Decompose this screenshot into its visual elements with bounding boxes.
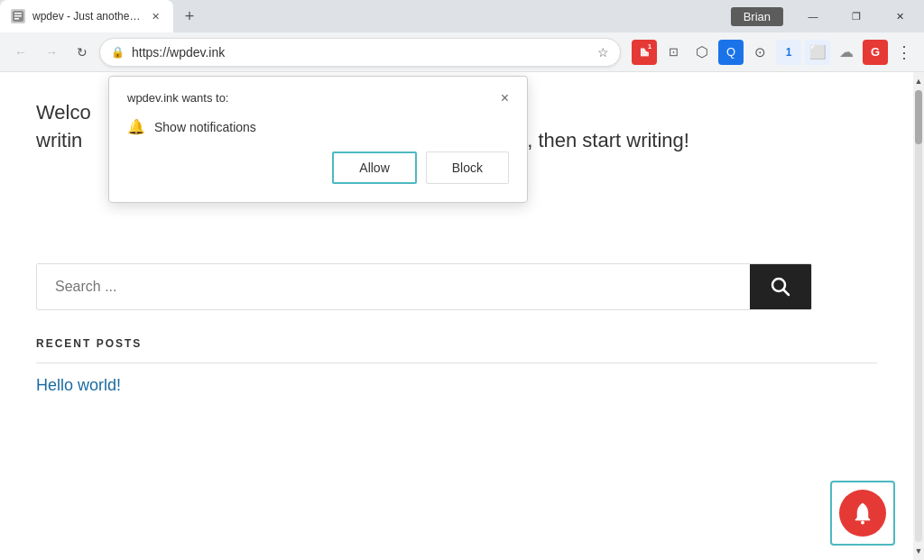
notification-popup: wpdev.ink wants to: × 🔔 Show notificatio… bbox=[108, 76, 528, 203]
search-button[interactable] bbox=[750, 264, 811, 309]
popup-close-button[interactable]: × bbox=[501, 91, 509, 106]
svg-rect-2 bbox=[14, 15, 22, 17]
titlebar-left: wpdev - Just another Wo ✕ + bbox=[0, 0, 202, 32]
svg-rect-3 bbox=[14, 18, 19, 20]
titlebar: wpdev - Just another Wo ✕ + Brian — ❐ ✕ bbox=[0, 0, 924, 32]
url-display: https://wpdev.ink bbox=[132, 45, 590, 60]
user-label: Brian bbox=[731, 7, 783, 26]
ext7-symbol: ⬜ bbox=[809, 44, 827, 60]
ext3-icon[interactable]: ⬡ bbox=[689, 40, 715, 65]
lock-icon: 🔒 bbox=[111, 46, 125, 59]
svg-rect-1 bbox=[14, 13, 22, 14]
bookmark-star-icon[interactable]: ☆ bbox=[597, 45, 609, 60]
scrollbar: ▲ ▼ bbox=[913, 72, 924, 560]
popup-buttons: Allow Block bbox=[127, 151, 509, 184]
content-area: wpdev.ink wants to: × 🔔 Show notificatio… bbox=[0, 72, 924, 560]
tab-close-button[interactable]: ✕ bbox=[148, 9, 162, 23]
recent-posts-title: RECENT POSTS bbox=[36, 337, 877, 350]
tab-title: wpdev - Just another Wo bbox=[32, 10, 141, 23]
page-content: wpdev.ink wants to: × 🔔 Show notificatio… bbox=[0, 72, 913, 560]
search-icon bbox=[771, 277, 790, 297]
ext4-symbol: Q bbox=[726, 45, 735, 59]
popup-header: wpdev.ink wants to: × bbox=[127, 91, 509, 106]
more-button[interactable]: ⋮ bbox=[892, 40, 917, 65]
scroll-up-button[interactable]: ▲ bbox=[913, 74, 924, 88]
new-tab-button[interactable]: + bbox=[177, 4, 202, 29]
bell-icon: 🔔 bbox=[127, 118, 145, 135]
ext6-icon[interactable]: 1 bbox=[776, 40, 801, 65]
allow-button[interactable]: Allow bbox=[332, 151, 416, 184]
ext3-symbol: ⬡ bbox=[696, 43, 708, 60]
close-button[interactable]: ✕ bbox=[879, 2, 920, 31]
forward-button[interactable]: → bbox=[38, 39, 65, 66]
window-controls: — ❐ ✕ bbox=[792, 2, 920, 31]
back-button[interactable]: ← bbox=[7, 39, 34, 66]
ext8-symbol: ☁ bbox=[839, 43, 854, 60]
svg-point-6 bbox=[861, 521, 864, 525]
heading-truncated: Welcowritin bbox=[36, 101, 91, 151]
bell-widget-icon bbox=[850, 500, 875, 526]
ext2-symbol: ⊡ bbox=[669, 45, 679, 59]
list-item[interactable]: Hello world! bbox=[36, 363, 877, 408]
popup-notification-row: 🔔 Show notifications bbox=[127, 118, 509, 135]
ext9-icon[interactable]: G bbox=[863, 40, 888, 65]
ext4-icon[interactable]: Q bbox=[718, 40, 744, 65]
scroll-down-button[interactable]: ▼ bbox=[913, 544, 924, 558]
ext1-badge: 1 bbox=[644, 41, 655, 52]
scroll-thumb[interactable] bbox=[915, 90, 922, 144]
ext2-icon[interactable]: ⊡ bbox=[661, 40, 686, 65]
reload-button[interactable]: ↻ bbox=[69, 39, 96, 66]
block-button[interactable]: Block bbox=[426, 151, 509, 184]
ext6-symbol: 1 bbox=[786, 46, 792, 59]
ext1-icon[interactable]: ▦ 1 bbox=[632, 40, 657, 65]
minimize-button[interactable]: — bbox=[792, 2, 834, 31]
tab-favicon bbox=[11, 9, 25, 23]
ext8-icon[interactable]: ☁ bbox=[834, 40, 859, 65]
recent-posts-section: RECENT POSTS Hello world! bbox=[36, 337, 877, 408]
search-widget bbox=[36, 263, 812, 310]
popup-title: wpdev.ink wants to: bbox=[127, 91, 228, 105]
notification-widget[interactable] bbox=[830, 481, 895, 546]
popup-notification-text: Show notifications bbox=[154, 120, 256, 134]
scroll-track[interactable] bbox=[915, 90, 922, 542]
restore-button[interactable]: ❐ bbox=[836, 2, 877, 31]
toolbar-icons: ▦ 1 ⊡ ⬡ Q ⊙ 1 ⬜ ☁ G ⋮ bbox=[632, 40, 917, 65]
search-input[interactable] bbox=[37, 264, 750, 309]
ext5-symbol: ⊙ bbox=[754, 44, 766, 60]
svg-line-5 bbox=[783, 289, 789, 295]
navbar: ← → ↻ 🔒 https://wpdev.ink ☆ ▦ 1 ⊡ ⬡ Q ⊙ … bbox=[0, 32, 924, 72]
browser-tab[interactable]: wpdev - Just another Wo ✕ bbox=[0, 0, 173, 32]
omnibox[interactable]: 🔒 https://wpdev.ink ☆ bbox=[99, 38, 621, 67]
notification-widget-icon bbox=[839, 490, 886, 537]
ext7-icon[interactable]: ⬜ bbox=[805, 40, 830, 65]
ext5-icon[interactable]: ⊙ bbox=[747, 40, 772, 65]
ext9-symbol: G bbox=[871, 45, 880, 59]
